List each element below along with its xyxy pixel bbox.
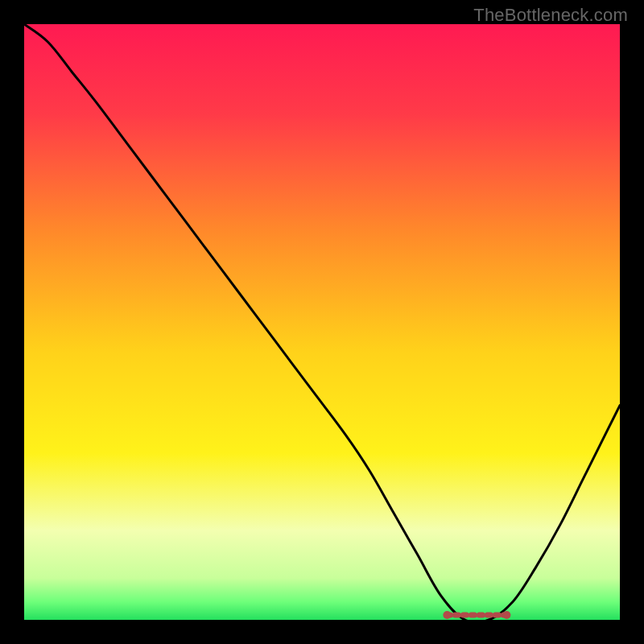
watermark-text: TheBottleneck.com (473, 5, 628, 26)
plot-area (24, 24, 620, 620)
chart-frame: TheBottleneck.com (0, 0, 644, 644)
background-gradient (24, 24, 620, 620)
svg-rect-0 (24, 24, 620, 620)
